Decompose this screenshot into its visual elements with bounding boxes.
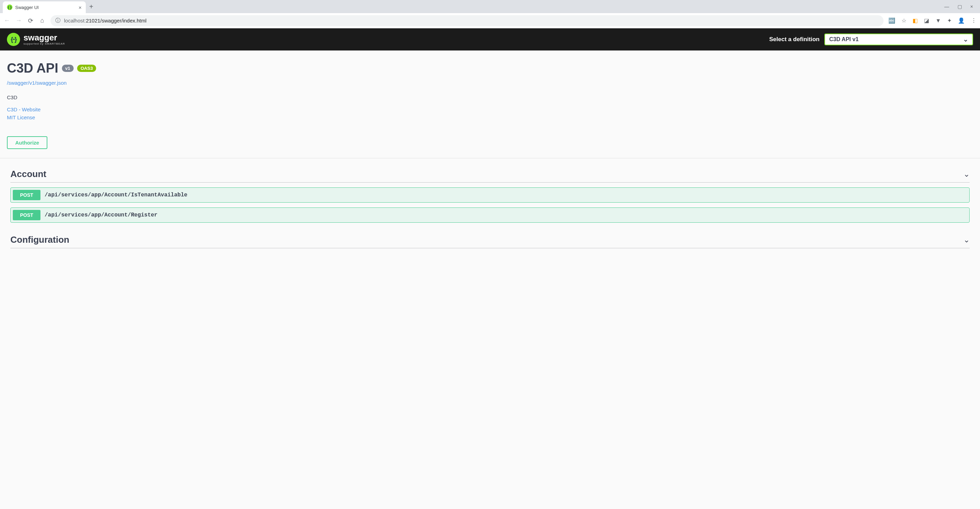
swagger-logo: {··} swagger supported by SMARTBEAR (7, 33, 65, 46)
chevron-down-icon: ⌄ (963, 170, 970, 179)
info-section: C3D API v1 OAS3 /swagger/v1/swagger.json… (0, 51, 980, 136)
swagger-topbar: {··} swagger supported by SMARTBEAR Sele… (0, 29, 980, 51)
tab-title: Swagger UI (15, 5, 39, 10)
method-badge: POST (13, 210, 40, 220)
window-controls: — ▢ × (944, 4, 977, 10)
favicon-icon: { } (7, 5, 13, 10)
address-bar-row: ← → ⟳ ⌂ ⓘ localhost:21021/swagger/index.… (0, 13, 980, 29)
definition-select[interactable]: C3D API v1 (824, 33, 973, 45)
extension-icon[interactable]: ◪ (924, 17, 929, 24)
new-tab-button[interactable]: + (86, 3, 97, 11)
definition-label: Select a definition (769, 36, 819, 43)
operation-row[interactable]: POST /api/services/app/Account/IsTenantA… (10, 188, 970, 203)
operation-row[interactable]: POST /api/services/app/Account/Register (10, 207, 970, 223)
authorize-button[interactable]: Authorize (7, 136, 48, 149)
site-info-icon[interactable]: ⓘ (55, 17, 60, 24)
forward-icon[interactable]: → (15, 17, 22, 24)
logo-icon: {··} (7, 33, 20, 46)
operation-path: /api/services/app/Account/Register (45, 212, 158, 218)
minimize-icon[interactable]: — (944, 4, 949, 10)
extension-icon[interactable]: ▼ (935, 17, 941, 24)
version-badge: v1 (62, 65, 74, 72)
website-link[interactable]: C3D - Website (7, 107, 973, 112)
extensions-puzzle-icon[interactable]: ✦ (947, 17, 951, 24)
api-title: C3D API (7, 61, 59, 76)
extension-icon[interactable]: ◧ (913, 17, 918, 24)
operation-path: /api/services/app/Account/IsTenantAvaila… (45, 192, 188, 198)
tag-name: Configuration (10, 234, 69, 245)
tag-name: Account (10, 169, 46, 180)
bookmark-icon[interactable]: ☆ (902, 17, 906, 24)
back-icon[interactable]: ← (3, 17, 10, 24)
chevron-down-icon: ⌄ (963, 235, 970, 245)
browser-chrome: { } Swagger UI × + — ▢ × ← → ⟳ ⌂ ⓘ local… (0, 0, 980, 29)
close-window-icon[interactable]: × (970, 4, 973, 10)
home-icon[interactable]: ⌂ (39, 17, 46, 24)
tag-configuration[interactable]: Configuration ⌄ (10, 231, 970, 248)
translate-icon[interactable]: 🔤 (888, 17, 895, 24)
reload-icon[interactable]: ⟳ (27, 17, 34, 25)
license-link[interactable]: MIT License (7, 115, 973, 120)
logo-subtext: supported by SMARTBEAR (24, 43, 65, 46)
profile-icon[interactable]: 👤 (958, 17, 965, 24)
url-path: 21021/swagger/index.html (86, 17, 146, 24)
logo-text: swagger (24, 33, 65, 42)
tag-account[interactable]: Account ⌄ (10, 165, 970, 183)
operations-container: Account ⌄ POST /api/services/app/Account… (0, 158, 980, 264)
extension-icons: 🔤 ☆ ◧ ◪ ▼ ✦ 👤 ⋮ (888, 17, 977, 24)
method-badge: POST (13, 190, 40, 200)
address-bar[interactable]: ⓘ localhost:21021/swagger/index.html (51, 15, 883, 26)
close-tab-icon[interactable]: × (78, 5, 82, 10)
more-icon[interactable]: ⋮ (971, 17, 977, 24)
oas-badge: OAS3 (77, 65, 96, 72)
definition-selected: C3D API v1 (829, 36, 859, 42)
tab-bar: { } Swagger UI × + — ▢ × (0, 0, 980, 13)
maximize-icon[interactable]: ▢ (958, 4, 962, 10)
url-host: localhost: (64, 17, 86, 24)
api-description: C3D (7, 94, 973, 100)
browser-tab[interactable]: { } Swagger UI × (3, 2, 86, 13)
spec-url-link[interactable]: /swagger/v1/swagger.json (7, 80, 67, 86)
